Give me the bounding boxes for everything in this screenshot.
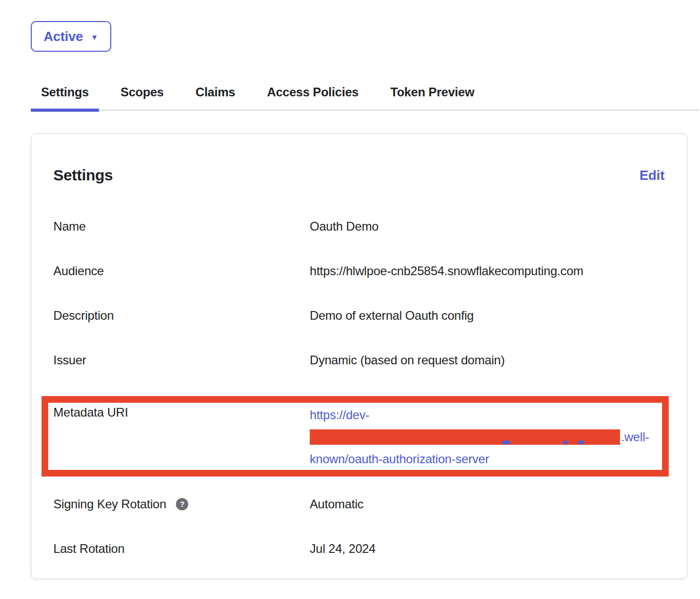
tab-scopes-label: Scopes [121,85,164,99]
field-label: Audience [53,262,310,279]
tab-access-policies-label: Access Policies [267,85,358,99]
status-dropdown-button[interactable]: Active ▼ [31,21,111,52]
oauth-server-settings-page: Active ▼ Settings Scopes Claims Access P… [0,0,700,599]
metadata-uri-suffix: .well- [621,426,649,448]
field-label: Issuer [53,352,310,368]
field-value: Automatic [310,495,364,512]
field-row-signing-key-rotation: Signing Key Rotation ? Automatic [53,495,665,512]
field-label: Description [53,307,310,324]
redacted-text-descender [578,441,584,444]
tab-bar: Settings Scopes Claims Access Policies T… [31,85,699,111]
card-title: Settings [53,167,113,184]
metadata-uri-line1: https://dev- [310,404,649,426]
status-label: Active [44,29,83,45]
tab-settings-label: Settings [41,85,89,99]
redacted-text-descender [563,441,568,444]
settings-card-header: Settings Edit [53,167,665,184]
metadata-uri-line3: known/oauth-authorization-server [310,448,649,470]
metadata-uri-line2: .well- [310,426,649,448]
field-label: Last Rotation [53,540,310,557]
field-label: Signing Key Rotation [53,495,166,512]
field-value: Jul 24, 2024 [310,540,375,557]
field-value: Demo of external Oauth config [310,307,474,324]
annotation-highlight-box: Metadata URI https://dev- .well- k [42,396,669,477]
field-value: Oauth Demo [310,218,378,235]
field-label: Metadata URI [53,404,310,421]
help-icon[interactable]: ? [176,498,188,510]
tab-settings[interactable]: Settings [31,85,99,110]
field-row-description: Description Demo of external Oauth confi… [53,307,665,324]
field-row-audience: Audience https://hlwlpoe-cnb25854.snowfl… [53,262,665,279]
chevron-down-icon: ▼ [91,33,98,41]
field-label: Name [53,218,310,235]
settings-field-list: Name Oauth Demo Audience https://hlwlpoe… [53,218,665,557]
field-row-metadata-uri: Metadata URI https://dev- .well- k [53,404,662,470]
field-value: Dynamic (based on request domain) [310,352,505,368]
field-value: https://hlwlpoe-cnb25854.snowflakecomput… [310,262,584,279]
edit-button[interactable]: Edit [639,168,665,183]
tab-token-preview-label: Token Preview [390,85,474,99]
redacted-text-descender [502,441,510,444]
field-row-issuer: Issuer Dynamic (based on request domain) [53,352,665,368]
tab-scopes[interactable]: Scopes [110,85,174,110]
field-row-last-rotation: Last Rotation Jul 24, 2024 [53,540,665,557]
tab-claims-label: Claims [195,85,235,99]
settings-card: Settings Edit Name Oauth Demo Audience h… [31,133,687,579]
tab-access-policies[interactable]: Access Policies [257,85,369,110]
redaction-bar [310,429,620,445]
metadata-uri-link[interactable]: https://dev- .well- known/oauth-authoriz… [310,404,649,470]
field-row-name: Name Oauth Demo [53,218,665,235]
tab-claims[interactable]: Claims [185,85,246,110]
tab-token-preview[interactable]: Token Preview [380,85,485,110]
